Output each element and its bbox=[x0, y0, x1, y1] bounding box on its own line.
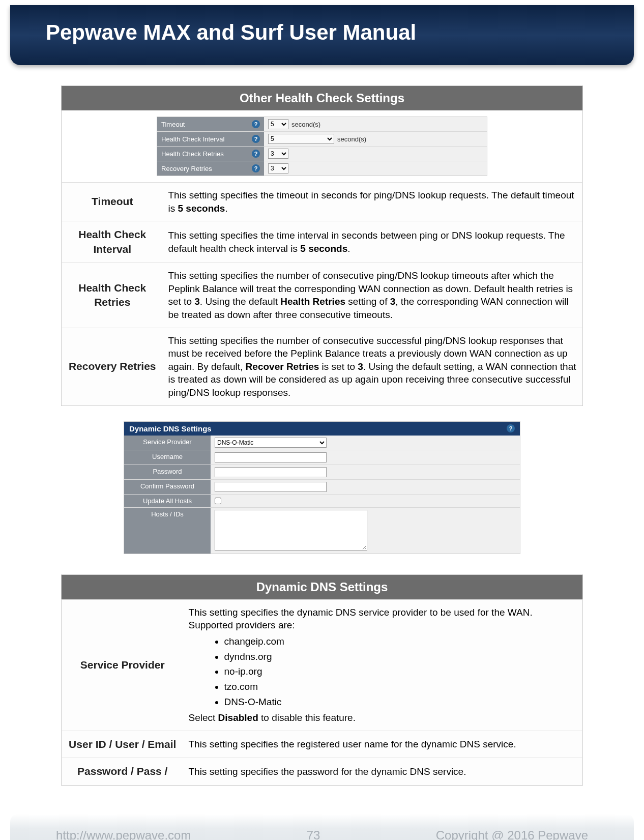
page-footer: http://www.pepwave.com 73 Copyright @ 20… bbox=[10, 814, 634, 840]
row-label: User ID / User / Email bbox=[62, 731, 184, 758]
unit-label: second(s) bbox=[291, 121, 320, 128]
section-header: Dynamic DNS Settings bbox=[62, 574, 583, 599]
mini-label: Recovery Retries bbox=[161, 165, 212, 172]
health-check-mini-form: Timeout? 5second(s) Health Check Interva… bbox=[157, 117, 487, 176]
dns-form-screenshot-wrapper: Dynamic DNS Settings ? Service Provider … bbox=[61, 421, 583, 554]
update-all-hosts-checkbox[interactable] bbox=[215, 498, 221, 504]
page-number: 73 bbox=[307, 828, 320, 840]
section-header: Other Health Check Settings bbox=[62, 86, 583, 111]
dns-form-title: Dynamic DNS Settings bbox=[129, 424, 212, 433]
row-value: This setting specifies the number of con… bbox=[163, 328, 583, 405]
help-icon[interactable]: ? bbox=[252, 164, 260, 172]
row-value: This setting specifies the registered us… bbox=[184, 731, 583, 758]
page: Pepwave MAX and Surf User Manual Other H… bbox=[0, 5, 644, 840]
list-item: changeip.com bbox=[224, 635, 578, 648]
row-value: This setting specifies the time interval… bbox=[163, 221, 583, 263]
confirm-password-input[interactable] bbox=[215, 482, 327, 492]
intro-text: This setting specifies the dynamic DNS s… bbox=[189, 606, 578, 632]
dns-label: Username bbox=[124, 450, 211, 465]
row-label: Timeout bbox=[62, 183, 163, 221]
help-icon[interactable]: ? bbox=[252, 135, 260, 143]
provider-list: changeip.com dyndns.org no-ip.org tzo.co… bbox=[224, 635, 578, 708]
list-item: dyndns.org bbox=[224, 650, 578, 663]
row-label: Health Check Retries bbox=[62, 263, 163, 328]
mini-label: Timeout bbox=[161, 121, 185, 128]
help-icon[interactable]: ? bbox=[252, 120, 260, 128]
outro-text: Select Disabled to disable this feature. bbox=[189, 711, 578, 725]
dns-label: Confirm Password bbox=[124, 480, 211, 494]
recovery-select[interactable]: 3 bbox=[268, 163, 288, 173]
row-label: Recovery Retries bbox=[62, 328, 163, 405]
row-label: Password / Pass / bbox=[62, 758, 184, 785]
dns-label: Service Provider bbox=[124, 436, 211, 450]
row-value: This setting specifies the password for … bbox=[184, 758, 583, 785]
dynamic-dns-form: Dynamic DNS Settings ? Service Provider … bbox=[124, 421, 520, 554]
footer-url: http://www.pepwave.com bbox=[56, 828, 191, 840]
row-value: This setting specifies the number of con… bbox=[163, 263, 583, 328]
username-input[interactable] bbox=[215, 452, 327, 462]
dns-label: Update All Hosts bbox=[124, 495, 211, 507]
hosts-ids-textarea[interactable] bbox=[215, 510, 367, 551]
dns-form-header: Dynamic DNS Settings ? bbox=[124, 422, 520, 436]
dns-label: Hosts / IDs bbox=[124, 508, 211, 554]
row-label: Health Check Interval bbox=[62, 221, 163, 263]
help-icon[interactable]: ? bbox=[252, 150, 260, 158]
row-value: This setting specifies the dynamic DNS s… bbox=[184, 599, 583, 731]
mini-label: Health Check Retries bbox=[161, 150, 224, 158]
interval-select[interactable]: 5 bbox=[268, 134, 334, 144]
header-band: Pepwave MAX and Surf User Manual bbox=[10, 5, 634, 65]
retries-select[interactable]: 3 bbox=[268, 149, 288, 159]
list-item: DNS-O-Matic bbox=[224, 696, 578, 709]
health-check-form-screenshot: Timeout? 5second(s) Health Check Interva… bbox=[62, 110, 583, 183]
timeout-select[interactable]: 5 bbox=[268, 119, 288, 129]
help-icon[interactable]: ? bbox=[507, 424, 515, 432]
service-provider-select[interactable]: DNS-O-Matic bbox=[215, 438, 327, 448]
document-title: Pepwave MAX and Surf User Manual bbox=[46, 20, 598, 45]
other-health-check-table: Other Health Check Settings Timeout? 5se… bbox=[61, 85, 583, 406]
password-input[interactable] bbox=[215, 467, 327, 477]
content-area: Other Health Check Settings Timeout? 5se… bbox=[0, 65, 644, 786]
dns-label: Password bbox=[124, 465, 211, 479]
row-label: Service Provider bbox=[62, 599, 184, 731]
dynamic-dns-settings-table: Dynamic DNS Settings Service Provider Th… bbox=[61, 574, 583, 786]
list-item: no-ip.org bbox=[224, 665, 578, 678]
row-value: This setting specifies the timeout in se… bbox=[163, 183, 583, 221]
footer-copyright: Copyright @ 2016 Pepwave bbox=[436, 828, 588, 840]
list-item: tzo.com bbox=[224, 680, 578, 693]
mini-label: Health Check Interval bbox=[161, 135, 224, 143]
unit-label: second(s) bbox=[337, 135, 366, 143]
